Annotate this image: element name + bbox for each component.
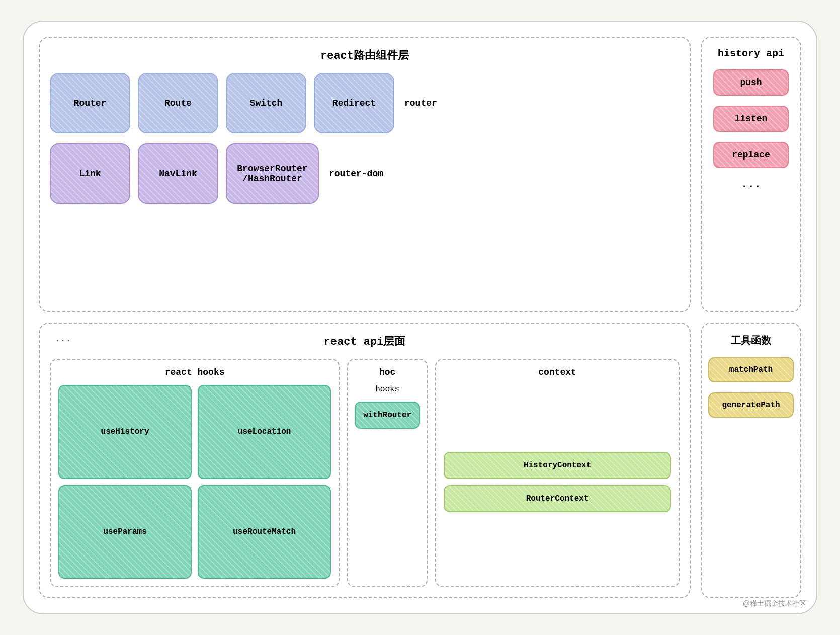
history-dots: ... [741, 178, 761, 191]
context-items: HistoryContext RouterContext [444, 385, 671, 579]
router-row-2: Link NavLink BrowserRouter /HashRouter r… [50, 143, 680, 204]
tools-title: 工具函数 [731, 334, 771, 347]
router-layer-title: react路由组件层 [50, 48, 680, 63]
usehistory-btn[interactable]: useHistory [58, 385, 192, 479]
api-dots: ... [55, 333, 71, 343]
useparams-btn[interactable]: useParams [58, 485, 192, 579]
router-layer: react路由组件层 Router Route Switch Redirect … [39, 37, 691, 312]
api-layer: ... react api层面 react hooks useHistory u… [39, 323, 691, 598]
browserrouter-component[interactable]: BrowserRouter /HashRouter [226, 143, 319, 204]
hooks-section: react hooks useHistory useLocation usePa… [50, 359, 340, 587]
matchpath-btn[interactable]: matchPath [708, 357, 794, 382]
switch-component[interactable]: Switch [226, 73, 306, 133]
withrouter-btn[interactable]: withRouter [355, 402, 420, 429]
generatepath-btn[interactable]: generatePath [708, 392, 794, 418]
api-layer-title: react api层面 [50, 334, 680, 349]
routercontext-btn[interactable]: RouterContext [444, 485, 671, 512]
api-inner: react hooks useHistory useLocation usePa… [50, 359, 680, 587]
row2-label: router-dom [329, 169, 383, 179]
hooks-title: react hooks [58, 367, 331, 377]
history-section: history api push listen replace ... [701, 37, 801, 312]
history-push-btn[interactable]: push [713, 69, 789, 96]
top-section: react路由组件层 Router Route Switch Redirect … [39, 37, 801, 312]
row1-label: router [404, 98, 437, 108]
watermark: @稀土掘金技术社区 [743, 599, 806, 608]
router-component[interactable]: Router [50, 73, 130, 133]
router-row-1: Router Route Switch Redirect router [50, 73, 680, 133]
historycontext-btn[interactable]: HistoryContext [444, 452, 671, 479]
context-title: context [444, 367, 671, 377]
hoc-title: hoc [379, 367, 395, 377]
history-replace-btn[interactable]: replace [713, 142, 789, 168]
route-component[interactable]: Route [138, 73, 218, 133]
redirect-component[interactable]: Redirect [314, 73, 394, 133]
useroutematch-btn[interactable]: useRouteMatch [198, 485, 331, 579]
history-listen-btn[interactable]: listen [713, 106, 789, 132]
hoc-subtitle: hooks [375, 385, 399, 394]
link-component[interactable]: Link [50, 143, 130, 204]
hooks-grid: useHistory useLocation useParams useRout… [58, 385, 331, 579]
uselocation-btn[interactable]: useLocation [198, 385, 331, 479]
context-section: context HistoryContext RouterContext [435, 359, 680, 587]
history-title: history api [718, 48, 784, 59]
hoc-section: hoc hooks withRouter [347, 359, 428, 587]
tools-section: 工具函数 matchPath generatePath [701, 323, 801, 598]
bottom-section: ... react api层面 react hooks useHistory u… [39, 323, 801, 598]
main-container: react路由组件层 Router Route Switch Redirect … [23, 21, 817, 614]
navlink-component[interactable]: NavLink [138, 143, 218, 204]
